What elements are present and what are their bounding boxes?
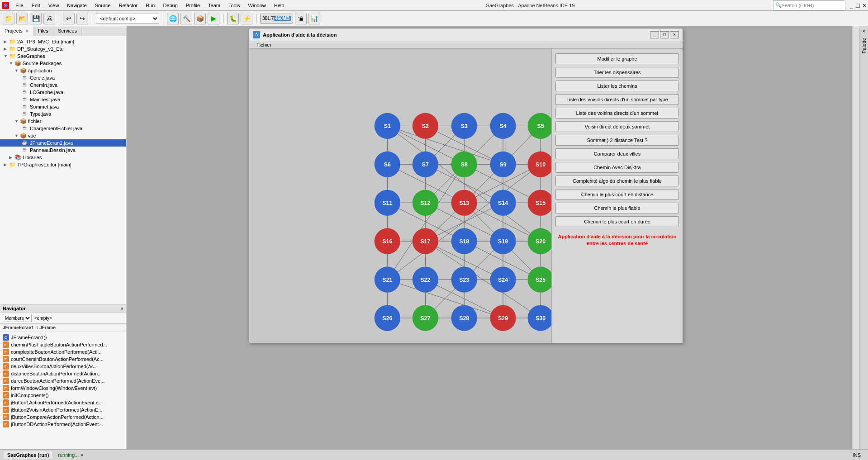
navigator-close[interactable]: ×	[121, 306, 123, 311]
tree-item-saegraphes[interactable]: ▼ 📁 SaeGraphes	[0, 52, 126, 60]
menu-debug[interactable]: Debug	[159, 2, 181, 9]
nav-item-deux-villes[interactable]: m deuxVillesBoutonActionPerformed(Ac...	[0, 363, 126, 370]
nav-item-chemin-fiable[interactable]: m cheminPlusFiableBoutonActionPerformed.…	[0, 341, 126, 348]
app-menu-fichier[interactable]: Fichier	[253, 41, 275, 48]
nav-item-complexite[interactable]: m complexiteBoutonActionPerformed(Acti..…	[0, 348, 126, 356]
new-project-button[interactable]: 📁	[3, 13, 14, 24]
menu-file[interactable]: File	[12, 2, 27, 9]
vertical-scrollbar[interactable]	[852, 26, 859, 449]
voisins-type-button[interactable]: Liste des voisins directs d'un sommet pa…	[555, 94, 679, 105]
comparer-villes-button[interactable]: Comparer deux villes	[555, 148, 679, 159]
nav-item-jbuttondd[interactable]: m jButtonDDActionPerformed(ActionEvent..…	[0, 421, 126, 428]
tree-item-lcgraphe[interactable]: ☕ LCGraphe.java	[0, 89, 126, 96]
tree-item-chargement[interactable]: ☕ ChargementFichier.java	[0, 125, 126, 132]
lister-chemins-button[interactable]: Lister les chemins	[555, 81, 679, 91]
search-input[interactable]	[782, 3, 836, 8]
navigator-title: Navigator	[3, 306, 121, 311]
palette-label[interactable]: Palette	[860, 34, 868, 57]
tree-item-source-packages[interactable]: ▼ 📦 Source Packages	[0, 60, 126, 67]
undo-button[interactable]: ↩	[63, 13, 75, 24]
minimize-button[interactable]: _	[850, 2, 854, 9]
tab-projects[interactable]: Projects ×	[0, 26, 33, 36]
status-close-button[interactable]: ×	[81, 452, 83, 458]
class-label: JFrameEcran1 :: JFrame	[0, 324, 126, 332]
tree-item-2atp3[interactable]: ▶ 📁 2A_TP3_MVC_Etu [main]	[0, 38, 126, 45]
window-close-button[interactable]: ×	[670, 31, 679, 38]
expand-arrow: ▼	[14, 68, 20, 73]
tree-item-type[interactable]: ☕ Type.java	[0, 110, 126, 118]
clean-build-button[interactable]: 🔨	[180, 13, 192, 24]
run-button[interactable]: ▶	[208, 13, 219, 24]
menu-run[interactable]: Run	[142, 2, 158, 9]
menu-profile[interactable]: Profile	[182, 2, 204, 9]
tree-item-panneaudessin[interactable]: ☕ PanneauDessin.java	[0, 147, 126, 154]
menu-view[interactable]: View	[45, 2, 63, 9]
court-distance-button[interactable]: Chemin le plus court en distance	[555, 189, 679, 200]
nav-label: JFrameEcran1()	[11, 335, 47, 340]
nav-item-duree[interactable]: m dureeBoutonActionPerformed(ActionEve..…	[0, 377, 126, 384]
deploy-button[interactable]: 📦	[194, 13, 206, 24]
heap-button[interactable]: 📊	[308, 13, 320, 24]
tab-files[interactable]: Files	[33, 26, 53, 36]
tree-item-libraries[interactable]: ▶ 📚 Libraries	[0, 154, 126, 161]
dijkstra-button[interactable]: Chemin Avec Disjktra	[555, 162, 679, 173]
plus-fiable-button[interactable]: Chemin le plus fiable	[555, 203, 679, 213]
profile-button[interactable]: ⚡	[241, 13, 252, 24]
save-button[interactable]: 💾	[30, 13, 42, 24]
nav-item-constructor[interactable]: C JFrameEcran1()	[0, 334, 126, 341]
menu-source[interactable]: Source	[91, 2, 114, 9]
menu-edit[interactable]: Edit	[28, 2, 44, 9]
tree-item-cercle[interactable]: ☕ Cercle.java	[0, 74, 126, 81]
tree-item-application[interactable]: ▼ 📦 application	[0, 67, 126, 74]
build-button[interactable]: 🌐	[167, 13, 179, 24]
nav-item-init[interactable]: m initComponents()	[0, 392, 126, 399]
tab-services[interactable]: Services	[53, 26, 82, 36]
window-maximize-button[interactable]: □	[660, 31, 669, 38]
gc-button[interactable]: 🗑	[295, 13, 307, 24]
nav-item-jbutton1[interactable]: m jButton1ActionPerformed(ActionEvent e.…	[0, 399, 126, 406]
trier-dispensaires-button[interactable]: Trier les dispensaires	[555, 67, 679, 78]
menu-refactor[interactable]: Refactor	[115, 2, 142, 9]
nav-item-court-chemin[interactable]: m courtCheminBoutonActionPerformed(Ac...	[0, 356, 126, 363]
tree-item-tpgraphicseditor[interactable]: ▶ 📁 TPGraphicsEditor [main]	[0, 161, 126, 168]
voisins-sommet-button[interactable]: Liste des voisins directs d'un sommet	[555, 108, 679, 119]
modifier-graphe-button[interactable]: Modifier le graphe	[555, 53, 679, 64]
menu-navigate[interactable]: Navigate	[63, 2, 90, 9]
node-s25-label: S25	[536, 277, 545, 283]
nav-item-jbuttoncompare[interactable]: m jButtonCompareActionPerformed(Action..…	[0, 413, 126, 421]
sommet-2dist-button[interactable]: Sommet ) 2-distance Test ?	[555, 135, 679, 146]
palette-close-button[interactable]: ×	[862, 28, 865, 34]
tree-item-sommet[interactable]: ☕ Sommet.java	[0, 103, 126, 110]
print-button[interactable]: 🖨	[43, 13, 55, 24]
redo-button[interactable]: ↪	[76, 13, 88, 24]
tree-item-maintest[interactable]: ☕ MainTest.java	[0, 96, 126, 103]
tree-item-vue[interactable]: ▼ 📦 vue	[0, 132, 126, 139]
tree-item-dpstrategy[interactable]: ▶ 📁 DP_Strategy_v1_Etu	[0, 45, 126, 52]
nav-label: jButton1ActionPerformed(ActionEvent e...	[11, 400, 103, 405]
config-select[interactable]: <default config>	[96, 14, 159, 24]
voisin-deux-button[interactable]: Voisin direct de deux sommet	[555, 121, 679, 132]
complexite-button[interactable]: Complexité algo du chemin le plus fiable	[555, 175, 679, 186]
method-icon: m	[3, 421, 9, 427]
search-box[interactable]: 🔍	[773, 0, 845, 10]
members-filter[interactable]: Members	[3, 314, 32, 322]
memory-display[interactable]: 301.7 460MB	[260, 14, 293, 24]
open-button[interactable]: 📂	[16, 13, 28, 24]
menu-tools[interactable]: Tools	[225, 2, 244, 9]
court-duree-button[interactable]: Chemin le plus court en durée	[555, 216, 679, 227]
nav-item-jbutton2voisin[interactable]: m jButton2VoisinActionPerformed(ActionE.…	[0, 406, 126, 413]
menu-team[interactable]: Team	[204, 2, 224, 9]
tree-item-jframeecran1[interactable]: ☕ JFrameEcran1.java	[0, 139, 126, 147]
node-s23-label: S23	[459, 277, 469, 283]
menu-window[interactable]: Window	[245, 2, 270, 9]
nav-item-distance[interactable]: m distanceBoutonActionPerformed(Action..…	[0, 370, 126, 377]
nav-item-formwindow[interactable]: m formWindowClosing(WindowEvent evt)	[0, 384, 126, 392]
debug-button[interactable]: 🐛	[227, 13, 239, 24]
window-minimize-button[interactable]: _	[650, 31, 659, 38]
close-button[interactable]: ×	[863, 2, 866, 9]
maximize-button[interactable]: □	[856, 2, 859, 9]
tree-item-fichier[interactable]: ▼ 📦 fichier	[0, 118, 126, 125]
tree-item-chemin[interactable]: ☕ Chemin.java	[0, 81, 126, 89]
tree-label: Chemin.java	[30, 82, 57, 88]
menu-help[interactable]: Help	[270, 2, 288, 9]
